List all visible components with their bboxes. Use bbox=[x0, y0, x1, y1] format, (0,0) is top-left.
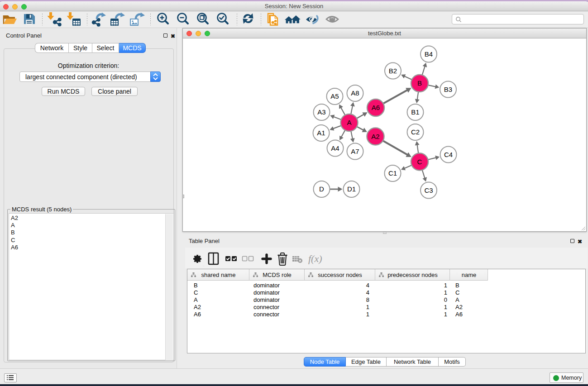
svg-text:D1: D1 bbox=[347, 185, 356, 193]
svg-text:A8: A8 bbox=[351, 89, 359, 97]
svg-text:B3: B3 bbox=[444, 86, 452, 93]
svg-text:A2: A2 bbox=[371, 133, 379, 140]
svg-text:C4: C4 bbox=[444, 151, 453, 158]
svg-text:A5: A5 bbox=[330, 92, 339, 100]
svg-text:C2: C2 bbox=[411, 128, 420, 136]
svg-text:A4: A4 bbox=[331, 144, 339, 152]
svg-text:B1: B1 bbox=[411, 108, 419, 116]
svg-text:A6: A6 bbox=[372, 104, 380, 111]
svg-text:B: B bbox=[417, 79, 422, 87]
svg-text:A: A bbox=[347, 119, 351, 126]
svg-text:C3: C3 bbox=[424, 186, 433, 194]
svg-text:D: D bbox=[319, 185, 324, 193]
svg-text:C1: C1 bbox=[388, 169, 397, 177]
svg-text:A1: A1 bbox=[317, 129, 325, 137]
svg-text:A3: A3 bbox=[317, 108, 325, 116]
svg-text:C: C bbox=[417, 158, 422, 166]
svg-text:B2: B2 bbox=[389, 67, 397, 75]
svg-text:B4: B4 bbox=[425, 50, 433, 58]
svg-text:A7: A7 bbox=[351, 148, 359, 155]
